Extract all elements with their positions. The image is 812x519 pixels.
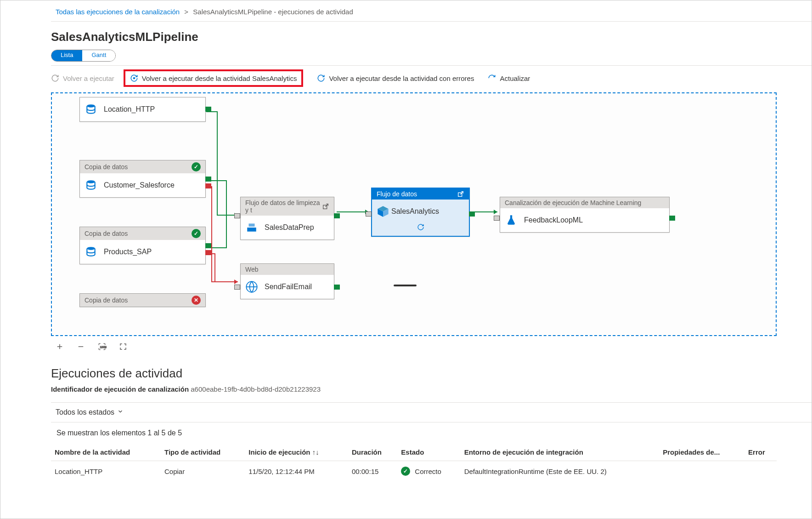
output-port-fail [205, 183, 211, 188]
col-activity-type[interactable]: Tipo de actividad [161, 444, 245, 461]
output-port-success [669, 216, 675, 221]
activity-type-label: Flujo de datos de limpieza y t [245, 199, 322, 214]
toolbar: Volver a ejecutar Volver a ejecutar desd… [51, 65, 812, 91]
database-icon [85, 179, 97, 192]
activity-type-label: Flujo de datos [377, 190, 417, 198]
col-activity-name[interactable]: Nombre de la actividad [51, 444, 161, 461]
output-port-success [205, 177, 211, 182]
ml-flask-icon [505, 214, 518, 227]
svg-marker-4 [494, 210, 497, 214]
svg-point-7 [87, 247, 95, 250]
sort-icon: ↑↓ [312, 448, 319, 456]
svg-rect-10 [249, 223, 255, 227]
output-port-success [334, 285, 340, 290]
refresh-label: Actualizar [500, 74, 530, 82]
run-id-label: Identificador de ejecución de canalizaci… [51, 385, 189, 393]
callout-highlight: Volver a ejecutar desde la actividad Sal… [124, 69, 304, 87]
view-toggle: Lista Gantt [51, 50, 116, 62]
run-id-line: Identificador de ejecución de canalizaci… [51, 385, 812, 393]
zoom-in-button[interactable] [55, 342, 65, 352]
activity-type-label: Web [245, 266, 259, 273]
rerun-label: Volver a ejecutar [63, 74, 114, 82]
input-port [234, 285, 240, 290]
activity-label: Customer_Salesforce [104, 181, 175, 189]
activity-label: FeedbackLoopML [524, 216, 583, 224]
activity-node-location-http[interactable]: Location_HTTP [79, 97, 206, 122]
breadcrumb: Todas las ejecuciones de la canalización… [51, 5, 812, 22]
cell-duration: 00:00:15 [348, 461, 397, 482]
activity-runs-title: Ejecuciones de actividad [51, 366, 812, 381]
col-error[interactable]: Error [744, 444, 777, 461]
web-globe-icon [245, 280, 258, 293]
rerun-from-activity-label: Volver a ejecutar desde la actividad Sal… [142, 74, 297, 82]
status-filter-label: Todos los estados [56, 408, 114, 416]
breadcrumb-root-link[interactable]: Todas las ejecuciones de la canalización [56, 8, 180, 16]
rerun-failed-label: Volver a ejecutar desde la actividad con… [329, 74, 474, 82]
activity-type-label: Copia de datos [85, 297, 128, 304]
rerun-failed-button[interactable]: Volver a ejecutar desde la actividad con… [317, 74, 474, 82]
showing-count-label: Se muestran los elementos 1 al 5 de 5 [51, 422, 812, 444]
cell-activity-name: Location_HTTP [51, 461, 161, 482]
refresh-button[interactable]: Actualizar [488, 74, 530, 82]
zoom-reset-button[interactable]: 100% [97, 342, 107, 352]
input-port [494, 216, 500, 221]
activity-node-salesanalytics[interactable]: Flujo de datos SalesAnalytics [371, 188, 470, 237]
activity-label: SalesAnalytics [391, 207, 439, 216]
svg-point-5 [87, 104, 95, 108]
cell-run-start: 11/5/20, 12:12:44 PM [245, 461, 348, 482]
activity-node-copy-failed[interactable]: Copia de datos ✕ [79, 293, 206, 307]
dataflow-cube-icon [377, 205, 389, 218]
refresh-icon [488, 74, 496, 82]
database-icon [85, 245, 97, 258]
output-port-success [469, 211, 475, 217]
input-port [366, 211, 372, 217]
activity-node-salesdataprep[interactable]: Flujo de datos de limpieza y t SalesData… [240, 197, 334, 240]
activity-node-feedbackloopml[interactable]: Canalización de ejecución de Machine Lea… [500, 197, 670, 233]
page-title: SalesAnalyticsMLPipeline [51, 22, 812, 50]
status-success-icon: ✓ [192, 229, 201, 238]
run-id-value: a600eabe-19fb-4d0b-bd8d-d20b21223923 [191, 385, 321, 393]
database-icon [85, 103, 97, 116]
table-row[interactable]: Location_HTTP Copiar 11/5/20, 12:12:44 P… [51, 461, 777, 482]
panel-resize-handle[interactable] [394, 285, 417, 286]
svg-marker-2 [234, 279, 238, 284]
zoom-out-button[interactable] [76, 342, 86, 352]
output-port-success [205, 107, 211, 112]
view-tab-gantt[interactable]: Gantt [82, 50, 115, 61]
pipeline-canvas[interactable]: Location_HTTP Copia de datos ✓ Customer_… [51, 92, 777, 336]
rerun-failed-icon [317, 74, 325, 82]
activity-label: Products_SAP [104, 248, 152, 256]
activity-runs-table: Nombre de la actividad Tipo de actividad… [51, 444, 777, 481]
svg-rect-9 [247, 228, 256, 232]
breadcrumb-separator: > [184, 8, 188, 16]
sync-icon [417, 225, 424, 232]
cell-status: ✓ Correcto [397, 461, 460, 482]
activity-type-label: Copia de datos [85, 163, 128, 171]
popout-icon[interactable] [322, 203, 329, 210]
col-integration-runtime[interactable]: Entorno de ejecución de integración [461, 444, 660, 461]
col-status[interactable]: Estado [397, 444, 460, 461]
activity-type-label: Copia de datos [85, 230, 128, 237]
rerun-from-icon [130, 74, 138, 82]
status-filter-dropdown[interactable]: Todos los estados [51, 402, 812, 422]
view-tab-lista[interactable]: Lista [51, 50, 82, 61]
activity-node-products-sap[interactable]: Copia de datos ✓ Products_SAP [79, 227, 206, 264]
canvas-zoom-controls: 100% [51, 336, 812, 357]
status-success-icon: ✓ [192, 162, 201, 171]
rerun-icon [51, 74, 59, 82]
col-duration[interactable]: Duración [348, 444, 397, 461]
fullscreen-button[interactable] [118, 342, 128, 352]
chevron-down-icon [117, 408, 124, 416]
status-success-icon: ✓ [401, 467, 410, 476]
table-header-row: Nombre de la actividad Tipo de actividad… [51, 444, 777, 461]
activity-node-customer-salesforce[interactable]: Copia de datos ✓ Customer_Salesforce [79, 160, 206, 198]
svg-point-0 [133, 78, 135, 79]
activity-node-sendfailemail[interactable]: Web SendFailEmail [240, 263, 334, 299]
cell-activity-type: Copiar [161, 461, 245, 482]
input-port [234, 213, 240, 218]
col-properties[interactable]: Propiedades de... [659, 444, 744, 461]
col-run-start[interactable]: Inicio de ejecución ↑↓ [245, 444, 348, 461]
rerun-from-activity-button[interactable]: Volver a ejecutar desde la actividad Sal… [130, 74, 297, 82]
popout-icon[interactable] [457, 190, 464, 198]
cell-integration-runtime: DefaultIntegrationRuntime (Este de EE. U… [461, 461, 660, 482]
